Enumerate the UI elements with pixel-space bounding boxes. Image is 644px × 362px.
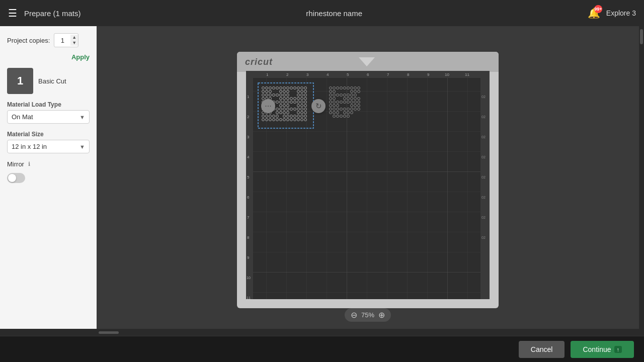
svg-point-113 [297,108,300,111]
svg-point-99 [287,105,289,107]
copies-arrows: ▲ ▼ [70,35,78,46]
svg-point-183 [340,101,343,104]
svg-text:02: 02 [481,95,486,99]
svg-point-92 [301,101,303,104]
svg-point-192 [351,105,353,107]
svg-point-172 [354,94,357,97]
svg-point-195 [330,108,332,111]
grid-svg: 1 2 3 4 5 6 7 8 9 10 11 12 1 [246,71,490,299]
svg-point-129 [273,115,275,118]
svg-point-61 [269,94,272,97]
svg-point-164 [358,90,360,93]
svg-point-77 [294,98,296,100]
svg-point-200 [347,108,350,111]
apply-button[interactable]: Apply [7,53,90,61]
svg-point-107 [276,108,279,111]
mat-options-button[interactable]: ··· [261,99,275,113]
svg-point-147 [294,119,296,121]
svg-point-159 [358,87,360,89]
svg-point-161 [333,90,336,93]
svg-point-197 [337,108,339,111]
continue-button[interactable]: Continue ↑ [571,341,634,358]
svg-point-85 [276,101,279,104]
scrollbar-thumb[interactable] [640,29,643,44]
svg-point-148 [297,119,300,121]
svg-point-153 [337,87,339,89]
svg-point-100 [297,105,300,107]
svg-text:02: 02 [481,236,486,239]
svg-point-136 [301,115,303,118]
svg-point-182 [337,101,339,104]
svg-point-127 [266,115,268,118]
toggle-track[interactable] [7,173,25,183]
svg-point-79 [301,98,303,100]
notification-button[interactable]: 🔔 99+ [588,7,600,19]
mat-triangle-icon [359,57,375,66]
svg-point-110 [287,108,289,111]
svg-point-194 [358,105,360,107]
svg-point-131 [283,115,286,118]
svg-point-62 [273,94,275,97]
svg-point-54 [283,90,286,93]
svg-point-187 [354,101,357,104]
toggle-knob [8,174,16,182]
svg-point-174 [333,98,336,100]
mat-grid-area[interactable]: 1 2 3 4 5 6 7 8 9 10 11 12 1 [246,71,490,299]
svg-text:10: 10 [247,276,251,280]
mirror-toggle[interactable] [7,173,90,183]
project-title: rhinestone name [81,9,588,18]
svg-point-63 [276,94,279,97]
svg-point-69 [304,94,307,97]
scrollbar-bottom-thumb[interactable] [99,331,119,334]
svg-point-180 [330,101,332,104]
copies-down-arrow[interactable]: ▼ [70,40,78,46]
svg-point-162 [351,90,353,93]
svg-point-190 [333,105,336,107]
prepare-title: Prepare (1 mats) [24,9,81,18]
svg-point-151 [330,87,332,89]
svg-point-55 [287,90,289,93]
mirror-info-icon[interactable]: ℹ [28,161,30,167]
cancel-button[interactable]: Cancel [519,341,565,358]
sidebar: Project copies: ▲ ▼ Apply 1 Basic Cut Ma… [0,26,97,329]
explore-button[interactable]: Explore 3 [606,9,636,17]
svg-rect-0 [246,71,490,299]
material-load-type-dropdown[interactable]: On Mat ▼ [7,110,90,124]
svg-point-185 [347,101,350,104]
mat-refresh-button[interactable]: ↻ [311,99,326,113]
scrollbar-bottom[interactable] [0,329,644,336]
copies-input[interactable] [54,34,70,47]
svg-point-128 [269,115,272,118]
svg-point-199 [344,108,346,111]
svg-point-191 [337,105,339,107]
zoom-controls: ⊖ 75% ⊕ [345,308,391,322]
svg-point-65 [283,94,286,97]
svg-rect-1 [246,71,490,299]
topbar-right: 🔔 99+ Explore 3 [588,7,636,19]
menu-icon[interactable]: ☰ [8,7,17,19]
svg-point-130 [276,115,279,118]
svg-point-125 [304,112,307,114]
svg-point-144 [283,119,286,121]
svg-point-211 [337,115,339,118]
svg-point-42 [280,87,282,89]
svg-point-101 [301,105,303,107]
svg-point-109 [283,108,286,111]
copies-up-arrow[interactable]: ▲ [70,35,78,40]
material-size-dropdown[interactable]: 12 in x 12 in ▼ [7,140,90,153]
scrollbar-right[interactable] [639,26,644,329]
dropdown-arrow-size-icon: ▼ [79,144,85,150]
svg-point-124 [301,112,303,114]
svg-point-111 [290,108,293,111]
svg-text:5: 5 [247,175,250,179]
svg-point-202 [354,108,357,111]
svg-point-166 [333,94,336,97]
svg-point-142 [276,119,279,121]
zoom-in-button[interactable]: ⊕ [378,310,385,320]
svg-point-139 [266,119,268,121]
svg-point-140 [269,119,272,121]
topbar: ☰ Prepare (1 mats) rhinestone name 🔔 99+… [0,0,644,26]
zoom-out-button[interactable]: ⊖ [351,310,357,320]
svg-point-74 [283,98,286,100]
svg-text:02: 02 [481,216,486,219]
